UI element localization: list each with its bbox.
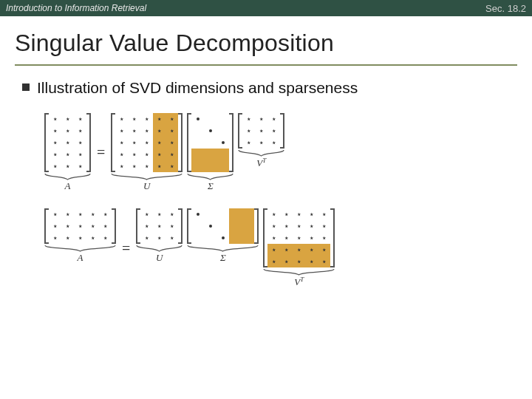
matrix-U: ⋆⋆⋆⋆⋆⋆⋆⋆⋆U <box>136 208 183 264</box>
matrix-Sigma: Σ <box>187 208 259 264</box>
svd-figure: ⋆⋆⋆⋆⋆⋆⋆⋆⋆⋆⋆⋆⋆⋆⋆A=⋆⋆⋆⋆⋆⋆⋆⋆⋆⋆⋆⋆⋆⋆⋆⋆⋆⋆⋆⋆⋆⋆⋆… <box>0 97 532 288</box>
equals-sign: = <box>120 240 132 257</box>
matrix-A: ⋆⋆⋆⋆⋆⋆⋆⋆⋆⋆⋆⋆⋆⋆⋆A <box>44 113 91 192</box>
bullet-row: Illustration of SVD dimensions and spars… <box>0 66 532 97</box>
header-bar: Introduction to Information Retrieval Se… <box>0 0 532 16</box>
matrix-VT: ⋆⋆⋆⋆⋆⋆⋆⋆⋆⋆⋆⋆⋆⋆⋆⋆⋆⋆⋆⋆⋆⋆⋆⋆⋆VT <box>263 208 335 288</box>
matrix-A: ⋆⋆⋆⋆⋆⋆⋆⋆⋆⋆⋆⋆⋆⋆⋆A <box>44 208 116 264</box>
matrix-U: ⋆⋆⋆⋆⋆⋆⋆⋆⋆⋆⋆⋆⋆⋆⋆⋆⋆⋆⋆⋆⋆⋆⋆⋆⋆U <box>111 113 183 192</box>
title-area: Singular Value Decomposition <box>0 16 532 61</box>
section-ref: Sec. 18.2 <box>485 3 526 14</box>
page-title: Singular Value Decomposition <box>15 30 517 57</box>
bullet-icon <box>22 83 30 91</box>
matrix-VT: ⋆⋆⋆⋆⋆⋆⋆⋆⋆VT <box>238 113 284 169</box>
equals-sign: = <box>95 144 106 161</box>
bullet-text: Illustration of SVD dimensions and spars… <box>37 79 358 97</box>
svd-equation-wide: ⋆⋆⋆⋆⋆⋆⋆⋆⋆⋆⋆⋆⋆⋆⋆A=⋆⋆⋆⋆⋆⋆⋆⋆⋆UΣ⋆⋆⋆⋆⋆⋆⋆⋆⋆⋆⋆⋆… <box>44 208 532 288</box>
svd-equation-tall: ⋆⋆⋆⋆⋆⋆⋆⋆⋆⋆⋆⋆⋆⋆⋆A=⋆⋆⋆⋆⋆⋆⋆⋆⋆⋆⋆⋆⋆⋆⋆⋆⋆⋆⋆⋆⋆⋆⋆… <box>44 113 532 192</box>
matrix-Sigma: Σ <box>187 113 233 192</box>
course-title: Introduction to Information Retrieval <box>6 3 146 13</box>
